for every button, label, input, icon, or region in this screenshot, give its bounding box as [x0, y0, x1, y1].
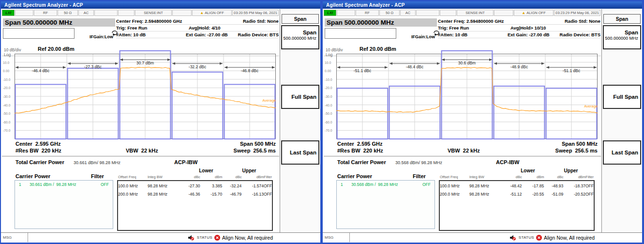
- warning-icon: ▲: [200, 11, 204, 15]
- softkey-last-span[interactable]: Last Span: [281, 140, 319, 165]
- offset-table-headers: Offset Freq Integ BW dBc dBm dBc dBm Fil…: [118, 175, 272, 179]
- carrier-row: 1 30.568 dBm / 98.28 MHz OFF: [337, 181, 434, 187]
- ext-gain-label: Ext Gain: -27.00 dB: [508, 32, 560, 37]
- analyzer-window: Agilent Spectrum Analyzer - ACP LXI RF 5…: [1, 1, 320, 243]
- status-strip: LXI RF 50 Ω AC SENSE:INT ▲ ALIGN OFF 03:…: [2, 10, 279, 16]
- divider: [2, 156, 279, 156]
- lower-column-group: Lower: [507, 168, 549, 173]
- avg-hold-label: Avg|Hold> 10/10: [510, 25, 565, 30]
- span-annotation: Span 500 MHz: [240, 141, 276, 147]
- filter-header: Filter: [413, 173, 426, 179]
- softkey-full-span[interactable]: Full Span: [603, 85, 641, 109]
- svg-text:-48.9 dBc: -48.9 dBc: [510, 64, 528, 69]
- svg-text:-32.2 dBc: -32.2 dBc: [189, 64, 207, 69]
- offset-results-table: 100.0 MHz 98.28 MHz -48.42 -17.85 -48.93…: [439, 180, 595, 231]
- message-bar: MSG STATUS ✕ Align Now, All required: [323, 232, 642, 242]
- svg-text:30.7 dBm: 30.7 dBm: [136, 61, 154, 65]
- window-title: Agilent Spectrum Analyzer - ACP: [1, 1, 320, 9]
- status-coupling: AC: [400, 10, 416, 16]
- results-table: Total Carrier Power 30.568 dBm/ 98.28 MH…: [323, 157, 601, 231]
- ext-gain-label: Ext Gain: -27.00 dB: [186, 32, 238, 37]
- table-row: 100.0 MHz 98.28 MHz -48.42 -17.85 -48.93…: [440, 183, 594, 191]
- status-sense: SENSE:INT: [135, 10, 172, 16]
- measurement-mode-label: ACP-IBW: [174, 159, 197, 165]
- align-message[interactable]: Align Now, All required: [222, 235, 273, 241]
- carrier-power-header: Carrier Power: [337, 173, 372, 179]
- status-strip: LXI RF 50 Ω AC SENSE:INT ▲ ALIGN OFF 03:…: [324, 10, 601, 16]
- ifgain-label: IFGain:Low: [90, 34, 113, 39]
- results-table: Total Carrier Power 30.661 dBm/ 98.28 MH…: [1, 157, 280, 231]
- ref-level-label: Ref 20.00 dBm: [359, 46, 396, 52]
- resbw-annotation: #Res BW 220 kHz: [15, 148, 61, 153]
- span-readout[interactable]: Span 500.000000 MHz: [325, 18, 437, 27]
- status-error-icon: ✕: [214, 235, 220, 241]
- sweep-annotation: Sweep 256.5 ms: [555, 148, 598, 153]
- upper-column-group: Upper: [227, 168, 271, 173]
- radio-device-label: Radio Device: BTS: [560, 32, 600, 37]
- lower-column-group: Lower: [185, 168, 227, 173]
- spectrum-plot: Average-46.4 dBc-27.3 dBc30.7 dBm-32.2 d…: [15, 54, 276, 139]
- center-freq-label: Center Freq: 2.594800000 GHz: [116, 18, 243, 24]
- table-row: 100.0 MHz 98.28 MHz -27.30 3.385 -32.24 …: [118, 183, 272, 191]
- status-align: ▲ ALIGN OFF: [514, 10, 554, 16]
- carrier-list: 1 30.568 dBm / 98.28 MHz OFF: [336, 180, 435, 229]
- svg-text:-51.1 dBc: -51.1 dBc: [563, 68, 581, 73]
- table-row: 200.0 MHz 98.28 MHz -46.36 -15.70 -46.79…: [118, 191, 272, 199]
- span-readout[interactable]: Span 500.000000 MHz: [3, 18, 115, 27]
- upper-column-group: Upper: [549, 168, 593, 173]
- svg-text:Average: Average: [584, 104, 598, 108]
- status-blank: [118, 10, 135, 16]
- status-blank: [15, 10, 33, 16]
- ifgain-label: IFGain:Low: [411, 34, 435, 39]
- measurement-mode-label: ACP-IBW: [496, 159, 519, 165]
- status-label: STATUS: [519, 235, 534, 240]
- window-title: Agilent Spectrum Analyzer - ACP: [323, 1, 642, 9]
- status-blank: [440, 10, 456, 16]
- status-blank: [172, 10, 192, 16]
- msg-label: MSG: [1, 233, 28, 242]
- speaker-muted-icon: [188, 235, 195, 241]
- status-group: STATUS ✕ Align Now, All required: [188, 235, 273, 241]
- resbw-annotation: #Res BW 220 kHz: [337, 148, 383, 153]
- center-freq-annotation: Center 2.595 GHz: [337, 141, 383, 147]
- message-bar: MSG STATUS ✕ Align Now, All required: [1, 232, 320, 242]
- svg-text:-46.8 dBc: -46.8 dBc: [241, 68, 259, 73]
- svg-text:-51.1 dBc: -51.1 dBc: [354, 68, 372, 73]
- status-error-icon: ✕: [536, 235, 542, 241]
- speaker-muted-icon: [509, 235, 517, 241]
- status-clock: 03:20:55 PM May 06, 2021: [232, 10, 279, 16]
- vbw-annotation: VBW 22 kHz: [448, 148, 480, 153]
- svg-text:-27.3 dBc: -27.3 dBc: [84, 64, 102, 69]
- status-impedance: 50 Ω: [379, 10, 400, 16]
- softkey-menu: Span Span 500.000000 MHz Full Span Last …: [280, 9, 320, 232]
- softkey-span[interactable]: Span 500.000000 MHz: [281, 25, 319, 49]
- radio-device-label: Radio Device: BTS: [238, 32, 279, 37]
- align-message[interactable]: Align Now, All required: [544, 235, 595, 241]
- softkey-span[interactable]: Span 500.000000 MHz: [603, 25, 641, 49]
- scale-label: 10 dB/div: [326, 47, 343, 52]
- atten-label: #Atten: 10 dB: [116, 32, 186, 37]
- entry-display[interactable]: [325, 28, 396, 39]
- carrier-row: 1 30.661 dBm / 98.28 MHz OFF: [15, 181, 113, 187]
- total-carrier-power-value: 30.661 dBm/ 98.28 MHz: [74, 160, 120, 165]
- spectrum-plot: Average-51.1 dBc-48.4 dBc30.6 dBm-48.9 d…: [336, 54, 598, 139]
- lxi-badge: LXI: [324, 10, 336, 16]
- status-clock: 03:23:29 PM May 06, 2021: [554, 10, 600, 16]
- entry-display[interactable]: [3, 28, 75, 39]
- y-axis-labels: 10.0 0.00 -10.0 -20.0 -30.0 -40.0 -50.0 …: [325, 54, 335, 139]
- softkey-full-span[interactable]: Full Span: [281, 85, 319, 109]
- settings-grid: Center Freq: 2.594800000 GHz Radio Std: …: [438, 18, 600, 38]
- softkey-last-span[interactable]: Last Span: [603, 140, 641, 165]
- status-rf: RF: [356, 10, 379, 16]
- status-group: STATUS ✕ Align Now, All required: [509, 235, 595, 241]
- divider: [324, 156, 601, 156]
- vbw-annotation: VBW 22 kHz: [126, 148, 158, 153]
- status-blank: [416, 10, 439, 16]
- menu-title: Span: [603, 14, 641, 24]
- status-sense: SENSE:INT: [457, 10, 494, 16]
- dual-analyzer-view: Agilent Spectrum Analyzer - ACP LXI RF 5…: [0, 0, 644, 244]
- total-carrier-power-value: 30.568 dBm/ 98.28 MHz: [395, 160, 442, 165]
- scale-label: 10 dB/div: [4, 47, 21, 52]
- status-rf: RF: [34, 10, 57, 16]
- svg-text:30.6 dBm: 30.6 dBm: [458, 61, 476, 65]
